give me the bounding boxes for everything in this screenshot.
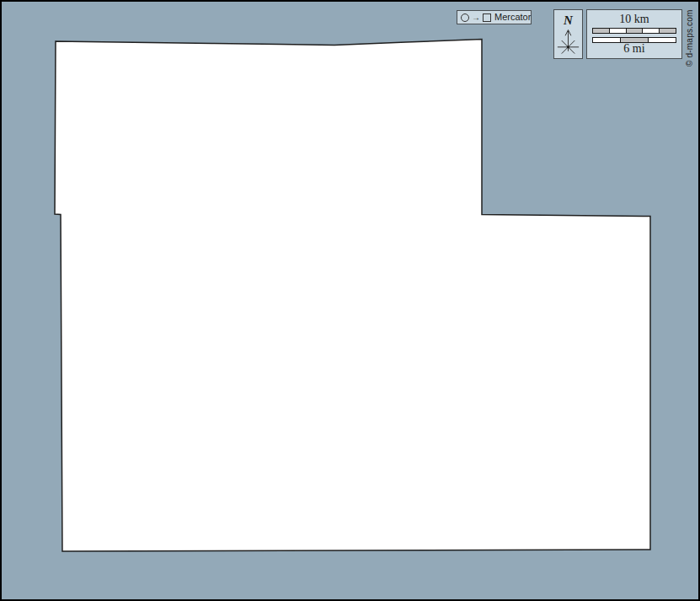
- compass-center-dot: [567, 46, 569, 48]
- scale-km-bar: [592, 28, 676, 34]
- compass-box: N: [553, 9, 583, 59]
- scale-segment: [626, 29, 643, 33]
- scale-bar-box: 10 km 6 mi: [586, 9, 682, 59]
- scale-segment: [593, 38, 620, 42]
- projection-label: Mercator: [494, 13, 531, 22]
- territory-shape: [55, 40, 650, 552]
- scale-segment: [609, 29, 626, 33]
- sphere-icon: [461, 13, 469, 22]
- scale-segment: [659, 29, 676, 33]
- north-label: N: [554, 14, 582, 27]
- projection-badge: → Mercator: [457, 10, 532, 24]
- scale-km-label: 10 km: [587, 13, 681, 25]
- scale-mi-label: 6 mi: [587, 43, 681, 55]
- plane-icon: [483, 13, 491, 22]
- scale-segment: [593, 29, 609, 33]
- scale-segment: [648, 38, 676, 42]
- north-arrow-icon: [554, 28, 582, 56]
- right-arrow-icon: →: [472, 13, 480, 21]
- copyright-text: © d-maps.com: [685, 9, 694, 67]
- scale-segment: [642, 29, 659, 33]
- map-canvas: → Mercator N 10 km 6 mi © d-: [0, 0, 700, 601]
- territory-outline: [2, 2, 700, 601]
